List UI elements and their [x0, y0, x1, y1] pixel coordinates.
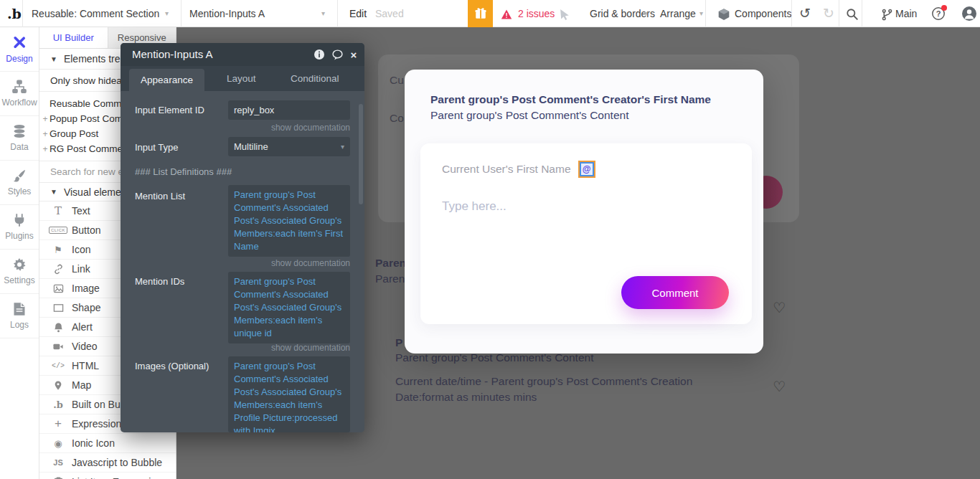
- components-button[interactable]: Components: [735, 0, 791, 27]
- branch-icon: [881, 6, 893, 21]
- element-select[interactable]: Mention-Inputs A: [189, 0, 265, 27]
- comment-popup: Parent group's Post Comment's Creator's …: [405, 70, 763, 354]
- image-icon: [50, 283, 66, 294]
- list-definitions-section: ### List Definitions ###: [135, 166, 232, 177]
- brush-icon: [12, 169, 27, 183]
- saved-status: Saved: [375, 0, 404, 27]
- bell-icon: [50, 322, 66, 333]
- map-pin-icon: [50, 380, 66, 391]
- show-documentation-link[interactable]: show documentation: [271, 123, 350, 133]
- video-camera-icon: [50, 341, 66, 352]
- sidebar-item-data[interactable]: Data: [0, 116, 39, 161]
- divider: [705, 0, 706, 27]
- property-editor: Mention-Inputs A × Appearance Layout Con…: [121, 43, 364, 432]
- chevron-down-icon[interactable]: ▾: [165, 0, 169, 27]
- show-documentation-link[interactable]: show documentation: [271, 258, 350, 268]
- shape-icon: [50, 303, 66, 313]
- search-icon[interactable]: [846, 7, 859, 20]
- divider: [22, 0, 23, 27]
- palette-item-list-item-expression[interactable]: List Item Expression: [39, 473, 176, 479]
- tab-layout[interactable]: Layout: [227, 66, 256, 91]
- cursor-tool-icon[interactable]: [559, 7, 571, 20]
- plus-icon: +: [50, 417, 66, 431]
- components-cube-icon: [717, 7, 730, 20]
- divider: [791, 0, 792, 27]
- flag-icon: ⚑: [50, 245, 66, 255]
- property-editor-header[interactable]: Mention-Inputs A ×: [121, 43, 364, 66]
- mention-ids-label: Mention IDs: [135, 276, 184, 287]
- workflow-icon: [12, 80, 27, 94]
- code-icon: </>: [50, 362, 66, 370]
- expand-plus-icon[interactable]: +: [41, 144, 50, 154]
- undo-icon[interactable]: ↺: [799, 0, 811, 27]
- comment-submit-button[interactable]: Comment: [621, 276, 729, 309]
- mode-sidebar: Design Workflow Data Styles Plugins: [0, 27, 39, 479]
- sidebar-item-design[interactable]: Design: [0, 27, 39, 72]
- info-icon[interactable]: [313, 48, 326, 61]
- gift-icon: [474, 7, 487, 20]
- comment-bubble-icon[interactable]: [331, 48, 344, 61]
- mention-ids-expression[interactable]: Parent group's Post Comment's Associated…: [228, 272, 350, 343]
- input-type-select[interactable]: Multiline ▾: [228, 137, 350, 156]
- redo-icon[interactable]: ↻: [823, 0, 834, 27]
- sidebar-item-styles[interactable]: Styles: [0, 161, 39, 205]
- sidebar-item-plugins[interactable]: Plugins: [0, 205, 39, 250]
- tab-ui-builder[interactable]: UI Builder: [39, 27, 108, 48]
- gift-button[interactable]: [468, 0, 493, 27]
- input-element-id-field[interactable]: [228, 100, 350, 120]
- branch-name[interactable]: Main: [895, 0, 917, 27]
- issues-indicator[interactable]: 2 issues: [518, 0, 555, 27]
- palette-item-ionic-icon[interactable]: ◉ Ionic Icon: [39, 434, 176, 453]
- chevron-down-icon[interactable]: ▾: [644, 0, 648, 27]
- design-tools-icon: [11, 34, 27, 50]
- images-optional-label: Images (Optional): [135, 361, 209, 371]
- divider: [839, 0, 839, 27]
- chevron-down-icon[interactable]: ▾: [699, 0, 703, 27]
- page-select[interactable]: Reusable: Comment Section: [32, 0, 159, 27]
- help-button[interactable]: ?: [931, 6, 946, 21]
- divider: [862, 0, 862, 27]
- property-editor-tabs: Appearance Layout Conditional: [121, 66, 364, 91]
- mention-at-icon[interactable]: @: [580, 162, 594, 176]
- plug-icon: [12, 213, 27, 227]
- database-icon: [12, 124, 27, 138]
- sidebar-item-settings[interactable]: Settings: [0, 250, 39, 294]
- dimmed-text-fragment: Paren: [375, 257, 406, 270]
- close-icon[interactable]: ×: [347, 48, 360, 61]
- gear-icon: [12, 257, 27, 272]
- expand-plus-icon[interactable]: +: [41, 129, 50, 139]
- dimmed-comment-date: Current date/time - Parent group's Post …: [395, 374, 725, 405]
- sidebar-item-logs[interactable]: Logs: [0, 294, 39, 338]
- tab-appearance[interactable]: Appearance: [129, 69, 204, 91]
- js-icon: JS: [50, 458, 66, 467]
- top-toolbar: .b Reusable: Comment Section ▾ Mention-I…: [0, 0, 980, 27]
- warning-icon: [501, 8, 512, 19]
- show-documentation-link[interactable]: show documentation: [271, 343, 350, 353]
- document-icon: [13, 302, 26, 316]
- tab-conditional[interactable]: Conditional: [291, 66, 339, 91]
- bubble-logo: .b: [7, 0, 22, 27]
- arrange-menu[interactable]: Arrange: [660, 0, 696, 27]
- chevron-down-icon: ▾: [341, 143, 344, 151]
- expand-plus-icon[interactable]: +: [41, 114, 50, 124]
- input-type-label: Input Type: [135, 142, 178, 153]
- clipboard-icon: [50, 477, 66, 479]
- palette-item-javascript-to-bubble[interactable]: JS Javascript to Bubble: [39, 453, 176, 473]
- heart-icon[interactable]: ♡: [773, 378, 786, 395]
- scrollbar-thumb[interactable]: [359, 104, 363, 204]
- images-expression[interactable]: Parent group's Post Comment's Associated…: [228, 356, 350, 432]
- input-element-id-label: Input Element ID: [135, 105, 204, 115]
- avatar[interactable]: [961, 6, 977, 22]
- edit-menu[interactable]: Edit: [349, 0, 367, 27]
- chevron-down-icon[interactable]: ▾: [321, 0, 325, 27]
- mention-name-text: Current User's First Name: [442, 163, 571, 176]
- divider: [181, 0, 182, 27]
- notification-dot: [941, 5, 947, 11]
- mention-list-expression[interactable]: Parent group's Post Comment's Associated…: [228, 185, 350, 257]
- dimmed-text-fragment: Co: [390, 112, 404, 125]
- dimmed-text-fragment: P: [395, 336, 402, 349]
- divider: [337, 0, 338, 27]
- reply-textarea[interactable]: Type here...: [442, 199, 729, 264]
- sidebar-item-workflow[interactable]: Workflow: [0, 72, 39, 116]
- heart-icon[interactable]: ♡: [773, 299, 786, 316]
